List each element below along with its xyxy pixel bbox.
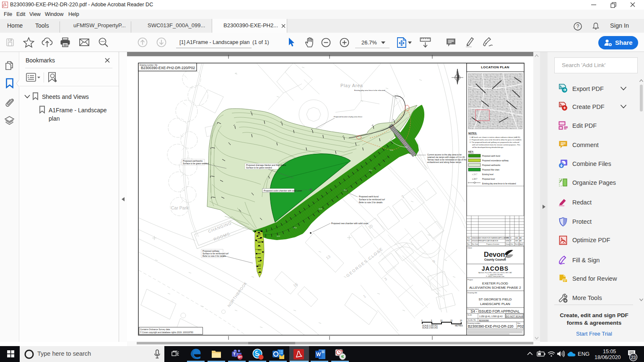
svg-text:Proposed filter drain: Proposed filter drain <box>482 169 500 171</box>
svg-text:Che: Che <box>510 243 513 245</box>
svg-text:1. All levels are shown in m: 1. All levels are shown in metres above … <box>470 136 521 138</box>
svg-text:B2300390-EXE-PH2-DR-220: B2300390-EXE-PH2-DR-220 <box>468 324 514 328</box>
svg-text:JACOBS: JACOBS <box>482 265 509 272</box>
svg-text:KEY:: KEY: <box>468 150 474 153</box>
svg-text:2. Proposed works area to be: 2. Proposed works area to be fenced to a… <box>470 139 522 141</box>
svg-text:Proposed level: Proposed level <box>482 178 495 180</box>
svg-text:Existing play area fence to be: Existing play area fence to be relocated <box>482 183 516 185</box>
svg-text:Proposed exceedance spillway: Proposed exceedance spillway <box>482 160 509 162</box>
svg-text:9+: 9+ <box>238 355 242 359</box>
svg-text:Rev: Rev <box>517 322 520 324</box>
svg-text:JGB: JGB <box>515 237 518 239</box>
svg-text:App'd: App'd <box>519 243 523 245</box>
svg-text:NOTES:: NOTES: <box>468 132 477 134</box>
svg-text:ALLEVIATION SCHEME PHASE 2: ALLEVIATION SCHEME PHASE 2 <box>469 286 521 290</box>
svg-text:Drawing title: Drawing title <box>467 292 478 294</box>
svg-text:R: R <box>510 240 512 242</box>
svg-text:23: 23 <box>631 355 636 360</box>
svg-text:F +44(0) | www.jacobs.com: F +44(0) | www.jacobs.com <box>486 276 504 277</box>
svg-text:B2300390: B2300390 <box>479 319 489 322</box>
svg-text:Apsham, Focus Mill, Colla Lane: Apsham, Focus Mill, Colla Lane, Exeter, … <box>478 272 512 274</box>
svg-text:Jacobs No.: Jacobs No. <box>467 319 476 321</box>
svg-text:x 24.7: x 24.7 <box>472 173 478 176</box>
svg-text:Refer to note 3 for details: Refer to note 3 for details <box>359 201 383 204</box>
svg-text:N: N <box>457 77 458 79</box>
svg-text:S4 - ISSUED FOR APPROVAL: S4 - ISSUED FOR APPROVAL <box>471 309 520 313</box>
svg-text:Surface to be reinforced turf: Surface to be reinforced turf <box>359 198 385 201</box>
svg-text:DRW: DRW <box>506 240 509 242</box>
svg-text:15: 15 <box>450 320 453 322</box>
svg-text:Proposed earthworks: Proposed earthworks <box>482 164 501 166</box>
svg-text:Devon: Devon <box>484 251 505 258</box>
svg-text:Existing play area fence to be: Existing play area fence to be relocated <box>354 89 385 91</box>
svg-text:Client: Client <box>467 247 473 249</box>
svg-text:© Crown copyright and database: © Crown copyright and database rights 20… <box>140 331 193 334</box>
svg-text:LOCATION PLAN: LOCATION PLAN <box>481 65 509 69</box>
svg-text:25.4: 25.4 <box>369 169 373 171</box>
svg-text:Scale: Scale <box>467 314 472 316</box>
svg-text:will be developed during detai: will be developed during detailed design… <box>472 146 504 148</box>
svg-text:Contains Ordnance Survey data.: Contains Ordnance Survey data. <box>140 328 171 331</box>
svg-text:Rev'd: Rev'd <box>515 243 519 245</box>
svg-text:PRE-APPLICATION ADVICE: PRE-APPLICATION ADVICE <box>479 240 499 242</box>
svg-text:1:250 @ A1, 1:500 @ A3: 1:250 @ A1, 1:500 @ A3 <box>479 315 502 318</box>
svg-text:LANDSCAPE PLAN: LANDSCAPE PLAN <box>480 302 510 306</box>
svg-text:Rev. Date: Rev. Date <box>472 243 478 245</box>
svg-text:AB: AB <box>519 240 522 242</box>
svg-text:Refer to note 3 for details: Refer to note 3 for details <box>203 255 226 257</box>
svg-text:25.1: 25.1 <box>344 189 348 191</box>
svg-text:24.5: 24.5 <box>293 227 297 229</box>
svg-text:DRW: DRW <box>506 237 509 239</box>
svg-text:Proposed new chamber with soli: Proposed new chamber with solid cover <box>331 222 369 225</box>
svg-text:10: 10 <box>440 320 443 322</box>
svg-text:24.8: 24.8 <box>319 208 322 210</box>
svg-text:25.6: 25.6 <box>390 149 394 151</box>
svg-text:20: 20 <box>460 320 462 322</box>
svg-text:18/06/2020: 18/06/2020 <box>472 237 479 239</box>
svg-text:Drawn: Drawn <box>506 243 510 245</box>
svg-text:T +44(0)1392 269 800: T +44(0)1392 269 800 <box>488 274 503 276</box>
svg-text:Rev: Rev <box>467 243 470 245</box>
svg-text:EXETER FLOOD: EXETER FLOOD <box>482 282 508 285</box>
svg-text:Proposed earth bund: Proposed earth bund <box>359 195 379 198</box>
svg-text:Project: Project <box>467 279 473 281</box>
svg-text:P02: P02 <box>467 237 470 239</box>
svg-text:?: ? <box>576 23 579 29</box>
svg-text:embankment and along these ram: embankment and along these ramps <box>427 161 462 163</box>
svg-text:Proposed location of play area: Proposed location of play area fence <box>334 116 363 118</box>
svg-text:1ST ISSUE FOR PLANNING APPLICA: 1ST ISSUE FOR PLANNING APPLICATION <box>479 237 509 239</box>
svg-text:x 24.7: x 24.7 <box>472 178 478 180</box>
svg-text:METRES: METRES <box>455 325 463 327</box>
svg-text:Play Area: Play Area <box>340 83 363 88</box>
svg-text:P01: P01 <box>467 240 470 242</box>
svg-text:09/10/2019: 09/10/2019 <box>472 240 479 242</box>
svg-text:with turf reinforcement mats f: with turf reinforcement mats for erosion… <box>472 144 520 146</box>
svg-text:SCALE 1:500 (A3): SCALE 1:500 (A3) <box>422 327 438 329</box>
svg-text:County Council: County Council <box>484 258 506 261</box>
svg-text:Proposed earth bund: Proposed earth bund <box>482 155 500 157</box>
svg-text:24.3: 24.3 <box>277 235 280 237</box>
svg-text:Car Park: Car Park <box>171 205 189 210</box>
svg-text:JGB: JGB <box>515 240 518 242</box>
svg-text:Surface to be grass-seeded: Surface to be grass-seeded <box>246 166 272 169</box>
svg-text:DO NOT SCALE: DO NOT SCALE <box>506 315 523 318</box>
svg-text:P02: P02 <box>517 324 524 328</box>
svg-text:AB: AB <box>519 237 522 239</box>
svg-text:Existing level: Existing level <box>482 173 493 176</box>
svg-text:3. The proposed bund and spi: 3. The proposed bund and spillway are pr… <box>470 141 519 143</box>
svg-text:Purpose of revision: Purpose of revision <box>486 243 499 245</box>
svg-text:R: R <box>510 237 512 239</box>
svg-text:B2300390-EXE-PH2-DR-220/P02: B2300390-EXE-PH2-DR-220/P02 <box>141 66 195 70</box>
svg-text:ST GEORGE'S FIELD: ST GEORGE'S FIELD <box>478 297 512 301</box>
